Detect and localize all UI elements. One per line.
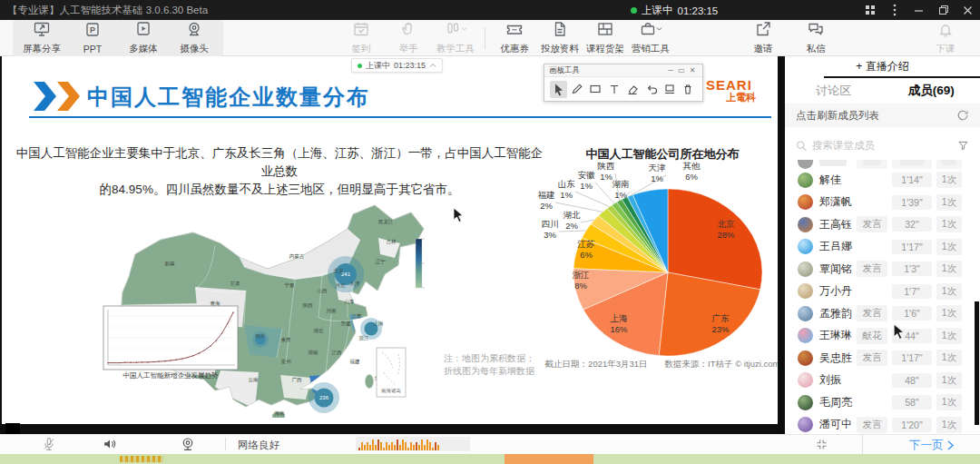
search-input[interactable] <box>812 140 952 151</box>
speaker-icon[interactable] <box>102 436 118 456</box>
member-time-badge: 1'14" <box>892 173 932 187</box>
rectangle-tool[interactable] <box>587 81 604 98</box>
svg-text:P: P <box>90 25 95 35</box>
more-menu-icon[interactable] <box>882 0 906 20</box>
whiteboard-toolset <box>544 77 702 101</box>
ppt-button[interactable]: P PPT <box>73 21 113 55</box>
member-row[interactable]: 刘振 48" 1次 <box>785 370 980 392</box>
ppt-icon: P <box>83 21 102 43</box>
member-row[interactable]: 吴忠胜 发言 1'17" 1次 <box>785 347 980 370</box>
minimize-button[interactable] <box>906 0 931 20</box>
member-list-scrollbar[interactable] <box>975 301 979 425</box>
member-action-badge[interactable]: 发言 <box>857 305 887 321</box>
member-time-badge: 44" <box>892 329 932 343</box>
svg-text:广西: 广西 <box>292 377 303 383</box>
chevron-right-icon <box>946 440 955 450</box>
materials-button[interactable]: 投放资料 <box>540 21 580 55</box>
member-row-clipped <box>785 160 980 169</box>
restore-button[interactable] <box>931 0 956 20</box>
member-action-badge[interactable]: 献花 <box>857 328 887 344</box>
bottombar-divider <box>225 438 226 450</box>
main-toolbar: 屏幕分享 P PPT 多媒体 摄像头 签到 举手 教学工具 <box>0 20 980 56</box>
collapse-panel-icon[interactable] <box>814 437 829 456</box>
svg-text:北京: 北京 <box>333 268 345 274</box>
camera-device-icon[interactable] <box>180 436 196 456</box>
panel-close-icon[interactable]: ✕ <box>687 66 698 74</box>
svg-text:山西: 山西 <box>318 288 328 294</box>
member-time-badge: 1'17" <box>892 240 932 254</box>
apps-grid-icon[interactable] <box>858 0 882 20</box>
next-page-link[interactable]: 下一页 <box>909 438 955 453</box>
marketing-tools-button[interactable]: 营销工具 <box>631 21 671 55</box>
member-name: 解佳 <box>819 173 852 188</box>
tab-discussion[interactable]: 讨论区 <box>785 80 883 104</box>
svg-text:6%: 6% <box>580 250 593 260</box>
member-row[interactable]: 毛周亮 58" 1次 <box>785 391 980 414</box>
multimedia-button[interactable]: 多媒体 <box>123 21 163 55</box>
eraser-tool[interactable] <box>624 81 642 98</box>
pen-tool[interactable] <box>568 81 585 98</box>
member-row[interactable]: 王琳琳 献花 44" 1次 <box>785 325 980 348</box>
whiteboard-panel-titlebar[interactable]: 画板工具 ─ ▭ ✕ <box>544 64 702 77</box>
member-list[interactable]: 解佳 1'14" 1次 郑潇帆 1'39" 1次 王高钰 发言 <box>785 160 980 434</box>
svg-text:1%: 1% <box>600 172 612 182</box>
collapse-chevron-icon[interactable] <box>429 63 436 68</box>
member-action-badge[interactable]: 发言 <box>857 261 887 277</box>
member-count-badge: 1次 <box>936 305 962 321</box>
trend-caption: 中国人工智能新增企业发展趋势 <box>123 371 219 380</box>
direct-message-button[interactable]: 私信 <box>796 21 836 55</box>
member-action-badge[interactable]: 发言 <box>857 216 887 232</box>
member-row[interactable]: 王高钰 发言 32" 1次 <box>785 213 980 236</box>
member-time-badge: 58" <box>892 395 932 410</box>
microphone-muted-icon[interactable] <box>41 436 57 456</box>
svg-text:福建: 福建 <box>350 359 361 365</box>
refresh-members-bar[interactable]: 点击刷新成员列表 <box>785 104 980 127</box>
member-time-badge: 32" <box>892 217 932 232</box>
member-row[interactable]: 孟雅韵 发言 1'6" 1次 <box>785 302 980 325</box>
member-name: 吴忠胜 <box>819 350 852 366</box>
member-row[interactable]: 潘可中 发言 1'20" 1次 <box>785 414 980 435</box>
coupon-button[interactable]: 优惠券 <box>495 21 534 55</box>
member-row[interactable]: 万小丹 1'7" 1次 <box>785 281 980 303</box>
board-tool[interactable] <box>662 81 679 98</box>
invite-button[interactable]: 邀请 <box>743 21 783 55</box>
member-count-badge: 1次 <box>936 328 962 344</box>
class-status-label: 上课中 <box>642 4 673 17</box>
filter-funnel-icon[interactable] <box>957 139 969 152</box>
teaching-tools-button[interactable]: 教学工具 <box>436 21 475 55</box>
live-intro-header[interactable]: + 直播介绍 <box>785 56 980 76</box>
end-class-button[interactable]: 下课 <box>926 21 965 55</box>
sign-in-button[interactable]: 签到 <box>341 21 381 55</box>
whiteboard-tools-panel[interactable]: 画板工具 ─ ▭ ✕ <box>544 64 703 102</box>
text-tool[interactable] <box>605 81 622 98</box>
network-status: 网络良好 <box>238 439 279 452</box>
refresh-icon[interactable] <box>956 109 969 122</box>
member-action-badge[interactable]: 发言 <box>857 350 887 366</box>
class-timer-pill[interactable]: 上课中 01:23:15 <box>351 58 443 73</box>
raise-hand-button[interactable]: 举手 <box>388 21 428 55</box>
member-time-badge: 1'6" <box>892 306 932 321</box>
member-row[interactable]: 王吕娜 1'17" 1次 <box>785 236 980 259</box>
panel-minimize-icon[interactable]: ─ <box>665 66 676 74</box>
undo-tool[interactable] <box>642 81 660 98</box>
close-button[interactable] <box>956 0 980 20</box>
select-cursor-tool[interactable] <box>550 81 567 98</box>
member-count-badge: 1次 <box>936 239 962 255</box>
sign-in-calendar-icon <box>352 20 370 42</box>
member-avatar <box>798 262 813 277</box>
panel-restore-icon[interactable]: ▭ <box>676 66 687 74</box>
member-row[interactable]: 郑潇帆 1'39" 1次 <box>785 192 980 214</box>
clear-trash-tool[interactable] <box>680 81 697 98</box>
desktop-edge-strip <box>0 454 980 464</box>
svg-text:福建: 福建 <box>538 190 555 200</box>
member-count-badge: 1次 <box>936 172 962 188</box>
member-row[interactable]: 覃闻铭 发言 1'3" 1次 <box>785 258 980 281</box>
tab-members[interactable]: 成员(69) <box>883 80 980 104</box>
svg-text:天津: 天津 <box>350 281 361 287</box>
course-shelf-button[interactable]: 课程货架 <box>585 21 625 55</box>
screen-share-button[interactable]: 屏幕分享 <box>22 21 62 55</box>
member-action-badge[interactable]: 发言 <box>857 417 887 433</box>
webcam-button[interactable]: 摄像头 <box>174 21 214 55</box>
svg-text:辽宁: 辽宁 <box>376 258 387 264</box>
member-row[interactable]: 解佳 1'14" 1次 <box>785 169 980 192</box>
